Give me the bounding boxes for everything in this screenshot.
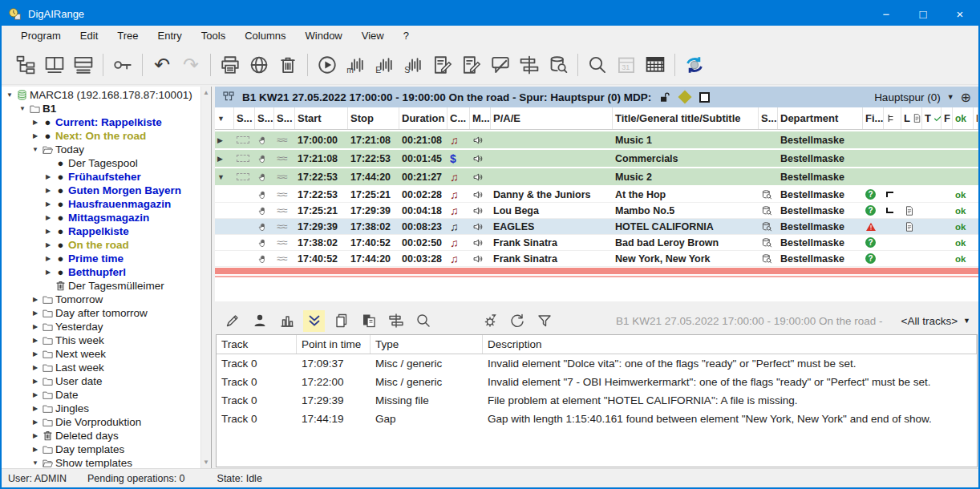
edit-entry-button[interactable] bbox=[457, 51, 486, 79]
pencil-button[interactable] bbox=[221, 310, 243, 332]
tree-expander-icon[interactable]: ▶ bbox=[30, 323, 40, 330]
tree-item-b1[interactable]: ▼B1 bbox=[2, 102, 200, 115]
show-group-row[interactable]: ▶≈≈17:21:0817:22:5300:01:45$CommercialsB… bbox=[215, 150, 978, 167]
tree-expander-icon[interactable]: ▶ bbox=[30, 418, 40, 426]
show-column-header-6[interactable]: Duration bbox=[399, 107, 447, 129]
tree-item-day-templates[interactable]: ▶Day templates bbox=[2, 443, 200, 456]
show-column-header-14[interactable] bbox=[884, 107, 901, 129]
tree-item-user-date[interactable]: ▶User date bbox=[2, 374, 200, 388]
diamond-flag-icon[interactable] bbox=[678, 91, 692, 104]
show-column-header-19[interactable]: P bbox=[974, 107, 978, 129]
add-track-button[interactable]: ⊕ bbox=[961, 90, 971, 105]
tree-item-show-templates[interactable]: ▼Show templates bbox=[2, 456, 200, 468]
tree-item-marc18-192-168-178-87-10001[interactable]: ▼MARC18 (192.168.178.87:10001) bbox=[2, 88, 200, 102]
edit-note-button[interactable] bbox=[428, 51, 457, 79]
tree-item-last-week[interactable]: ▶Last week bbox=[2, 361, 200, 374]
tree-expander-icon[interactable]: ▶ bbox=[43, 228, 53, 235]
show-column-header-3[interactable]: S... bbox=[274, 107, 295, 129]
menu-edit[interactable]: Edit bbox=[71, 30, 107, 42]
tree-item-date[interactable]: ▶Date bbox=[2, 388, 200, 402]
menu-tree[interactable]: Tree bbox=[107, 30, 148, 42]
tree-item-next-week[interactable]: ▶Next week bbox=[2, 347, 200, 361]
menu-columns[interactable]: Columns bbox=[235, 30, 295, 42]
wave-s-button[interactable]: S bbox=[399, 51, 428, 79]
tree-item-hausfrauenmagazin[interactable]: ▶●Hausfrauenmagazin bbox=[2, 197, 200, 211]
menu-entry[interactable]: Entry bbox=[148, 30, 192, 42]
menu-window[interactable]: Window bbox=[296, 30, 352, 42]
show-column-header-12[interactable]: Department bbox=[778, 107, 863, 129]
show-column-header-5[interactable]: Stop bbox=[348, 107, 399, 129]
track-edit-button[interactable] bbox=[515, 51, 544, 79]
scroll-up-icon[interactable]: ▲ bbox=[203, 87, 209, 99]
track-edit-button[interactable] bbox=[385, 310, 407, 332]
wave-e-button[interactable]: E bbox=[371, 51, 399, 79]
grid-button[interactable] bbox=[641, 51, 670, 79]
tree-item-betthupferl[interactable]: ▶●Betthupferl bbox=[2, 265, 200, 279]
key-button[interactable] bbox=[108, 51, 137, 79]
tree-expander-icon[interactable]: ▶ bbox=[43, 255, 53, 262]
show-group-row[interactable]: ▼≈≈17:22:5317:44:2000:21:27♫Music 2Beste… bbox=[215, 168, 978, 185]
show-item-row[interactable]: ≈≈17:29:3917:38:0200:08:23♫EAGLESHOTEL C… bbox=[215, 219, 978, 235]
log-row[interactable]: Track 017:09:37Misc / genericInvalid ele… bbox=[217, 354, 977, 373]
tree-item-next-on-the-road[interactable]: ▶●Next: On the road bbox=[2, 129, 200, 143]
tree-expander-icon[interactable]: ▶ bbox=[43, 200, 53, 208]
show-column-header-11[interactable]: S... bbox=[759, 107, 778, 129]
redo-button[interactable]: ↷ bbox=[176, 51, 205, 79]
tree-scrollbar[interactable]: ▲ ▼ bbox=[200, 87, 211, 468]
search-button[interactable] bbox=[583, 51, 612, 79]
tree-expander-icon[interactable]: ▶ bbox=[43, 269, 53, 276]
trash-button[interactable] bbox=[273, 51, 302, 79]
show-column-header-10[interactable]: Title/General title/Subtitle bbox=[613, 107, 759, 129]
paste-button[interactable] bbox=[358, 310, 379, 332]
tree-item-guten-morgen-bayern[interactable]: ▶●Guten Morgen Bayern bbox=[2, 184, 200, 197]
tree-item-rappelkiste[interactable]: ▶●Rappelkiste bbox=[2, 224, 200, 238]
tree-expander-icon[interactable]: ▼ bbox=[18, 105, 27, 112]
undo-button[interactable]: ↶ bbox=[148, 51, 176, 79]
tree-expander-icon[interactable]: ▶ bbox=[43, 241, 53, 249]
tree-expander-icon[interactable]: ▶ bbox=[43, 214, 53, 221]
tree-item-deleted-days[interactable]: ▶Deleted days bbox=[2, 429, 200, 443]
bar-chart-button[interactable] bbox=[276, 310, 298, 332]
tree-item-die-vorproduktion[interactable]: ▶Die Vorproduktion bbox=[2, 415, 200, 429]
chevron-down-icon[interactable]: ▼ bbox=[947, 93, 954, 101]
show-item-row[interactable]: ≈≈17:40:5217:44:2000:03:28♫Frank Sinatra… bbox=[215, 251, 978, 267]
tree-expander-icon[interactable]: ▶ bbox=[30, 309, 40, 317]
tree-item-on-the-road[interactable]: ▶●On the road bbox=[2, 238, 200, 252]
show-column-header-8[interactable]: M... bbox=[470, 107, 491, 129]
show-column-header-1[interactable]: S... bbox=[234, 107, 255, 129]
tree-expander-icon[interactable]: ▶ bbox=[30, 432, 40, 439]
tree-item-der-tagespool[interactable]: ●Der Tagespool bbox=[2, 156, 200, 170]
show-column-header-15[interactable]: L bbox=[901, 107, 922, 129]
menu-tools[interactable]: Tools bbox=[192, 30, 235, 42]
copy-button[interactable] bbox=[330, 310, 352, 332]
horizontal-splitter[interactable] bbox=[215, 301, 978, 307]
show-column-header-18[interactable]: ok bbox=[953, 107, 974, 129]
tree-item-yesterday[interactable]: ▶Yesterday bbox=[2, 320, 200, 333]
log-column-header-description[interactable]: Description bbox=[483, 335, 977, 354]
tree-expander-icon[interactable]: ▼ bbox=[30, 146, 40, 153]
tree-expander-icon[interactable]: ▶ bbox=[30, 446, 40, 453]
row-expander-icon[interactable]: ▶ bbox=[217, 155, 223, 163]
tree-view-button[interactable] bbox=[11, 51, 40, 79]
refresh-button[interactable] bbox=[506, 310, 528, 332]
tree-expander-icon[interactable]: ▼ bbox=[30, 459, 40, 467]
maximize-button[interactable]: □ bbox=[905, 2, 942, 26]
lock-open-icon[interactable] bbox=[658, 91, 670, 103]
show-column-header-4[interactable]: Start bbox=[295, 107, 348, 129]
edit-comment-button[interactable] bbox=[486, 51, 515, 79]
tree-expander-icon[interactable]: ▶ bbox=[30, 119, 40, 126]
scroll-down-icon[interactable]: ▼ bbox=[203, 456, 209, 468]
log-row[interactable]: Track 017:44:19GapGap with length 1:15:4… bbox=[217, 410, 977, 428]
menu-program[interactable]: Program bbox=[11, 30, 71, 42]
tree-expander-icon[interactable]: ▶ bbox=[30, 391, 40, 398]
tree-expander-icon[interactable]: ▶ bbox=[30, 350, 40, 358]
minimize-button[interactable]: − bbox=[868, 2, 905, 26]
tree-expander-icon[interactable]: ▶ bbox=[43, 187, 53, 194]
db-search-button[interactable] bbox=[544, 51, 573, 79]
log-row[interactable]: Track 017:22:00Misc / genericInvalid ele… bbox=[217, 373, 977, 391]
log-row[interactable]: Track 017:29:39Missing fileFile problem … bbox=[217, 391, 977, 410]
tree-item-day-after-tomorrow[interactable]: ▶Day after tomorrow bbox=[2, 306, 200, 320]
show-item-row[interactable]: ≈≈17:22:5317:25:2100:02:28♫Danny & the J… bbox=[215, 187, 978, 203]
track-filter-value[interactable]: <All tracks> bbox=[901, 315, 958, 327]
split-vertical-button[interactable] bbox=[40, 51, 69, 79]
